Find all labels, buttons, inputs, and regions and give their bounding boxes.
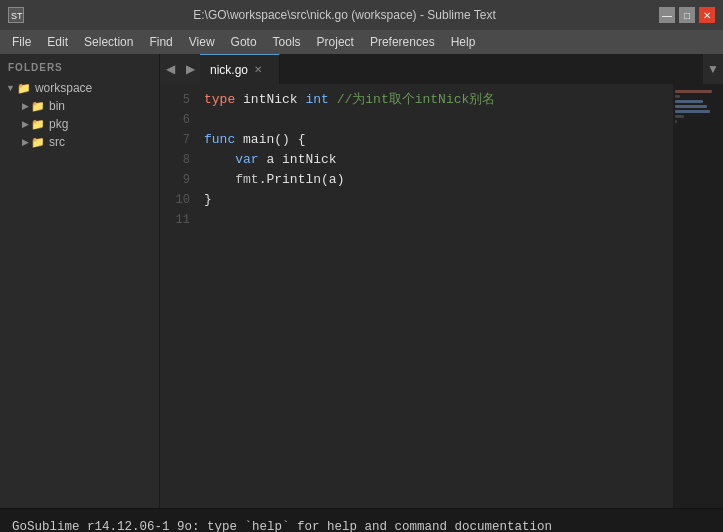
menu-item-goto[interactable]: Goto [223,33,265,51]
folder-icon: 📁 [31,118,45,131]
folder-name-bin: bin [49,99,65,113]
line-numbers: 5 6 7 8 9 10 11 [160,84,196,508]
tab-bar: ◀ ▶ nick.go ✕ ▼ [160,54,723,84]
expand-arrow-icon: ▶ [22,101,29,111]
folder-name-pkg: pkg [49,117,68,131]
mini-line [675,115,684,118]
maximize-button[interactable]: □ [679,7,695,23]
sidebar-item-workspace[interactable]: ▼ 📁 workspace [0,79,159,97]
tab-close-button[interactable]: ✕ [254,64,262,75]
menu-item-project[interactable]: Project [309,33,362,51]
close-button[interactable]: ✕ [699,7,715,23]
minimap-content [673,84,723,131]
menu-bar: FileEditSelectionFindViewGotoToolsProjec… [0,30,723,54]
line-number: 8 [160,150,190,170]
expand-arrow-icon: ▶ [22,137,29,147]
folder-icon: 📁 [31,136,45,149]
main-layout: FOLDERS ▼ 📁 workspace ▶ 📁 bin ▶ 📁 pkg ▶ … [0,54,723,508]
mini-line [675,105,707,108]
line-number: 9 [160,170,190,190]
line-number: 10 [160,190,190,210]
mini-line [675,110,710,113]
folder-name-workspace: workspace [35,81,92,95]
menu-item-tools[interactable]: Tools [265,33,309,51]
svg-text:ST: ST [11,11,23,21]
tab-label: nick.go [210,63,248,77]
sidebar-item-pkg[interactable]: ▶ 📁 pkg [0,115,159,133]
expand-arrow-icon: ▶ [22,119,29,129]
tab-nick-go[interactable]: nick.go ✕ [200,54,280,84]
mini-line [675,95,680,98]
title-bar: ST E:\GO\workspace\src\nick.go (workspac… [0,0,723,30]
line-number: 5 [160,90,190,110]
menu-item-edit[interactable]: Edit [39,33,76,51]
editor-area: ◀ ▶ nick.go ✕ ▼ 5 6 7 8 9 10 11 type int… [160,54,723,508]
menu-item-file[interactable]: File [4,33,39,51]
sidebar-item-bin[interactable]: ▶ 📁 bin [0,97,159,115]
line-number: 11 [160,210,190,230]
folder-name-src: src [49,135,65,149]
code-area[interactable]: 5 6 7 8 9 10 11 type intNick int //为int取… [160,84,723,508]
console-line-1: GoSublime r14.12.06-1 9o: type `help` fo… [12,517,711,532]
mini-line [675,90,712,93]
menu-item-selection[interactable]: Selection [76,33,141,51]
line-number: 6 [160,110,190,130]
console-area: GoSublime r14.12.06-1 9o: type `help` fo… [0,508,723,532]
minimap [673,84,723,508]
mini-line [675,120,677,123]
sidebar: FOLDERS ▼ 📁 workspace ▶ 📁 bin ▶ 📁 pkg ▶ … [0,54,160,508]
tab-scroll-right-button[interactable]: ▶ [180,54,200,84]
menu-item-view[interactable]: View [181,33,223,51]
line-number: 7 [160,130,190,150]
tab-dropdown-button[interactable]: ▼ [703,54,723,84]
window-title: E:\GO\workspace\src\nick.go (workspace) … [30,8,659,22]
tab-scroll-left-button[interactable]: ◀ [160,54,180,84]
folder-icon: 📁 [17,82,31,95]
folder-icon: 📁 [31,100,45,113]
window-controls: — □ ✕ [659,7,715,23]
minimize-button[interactable]: — [659,7,675,23]
menu-item-help[interactable]: Help [443,33,484,51]
app-icon: ST [8,7,24,23]
menu-item-find[interactable]: Find [141,33,180,51]
menu-item-preferences[interactable]: Preferences [362,33,443,51]
folders-label: FOLDERS [0,58,159,79]
mini-line [675,100,703,103]
expand-arrow-icon: ▼ [6,83,15,93]
code-editor[interactable]: type intNick int //为int取个intNick别名 func … [196,84,673,508]
sidebar-item-src[interactable]: ▶ 📁 src [0,133,159,151]
